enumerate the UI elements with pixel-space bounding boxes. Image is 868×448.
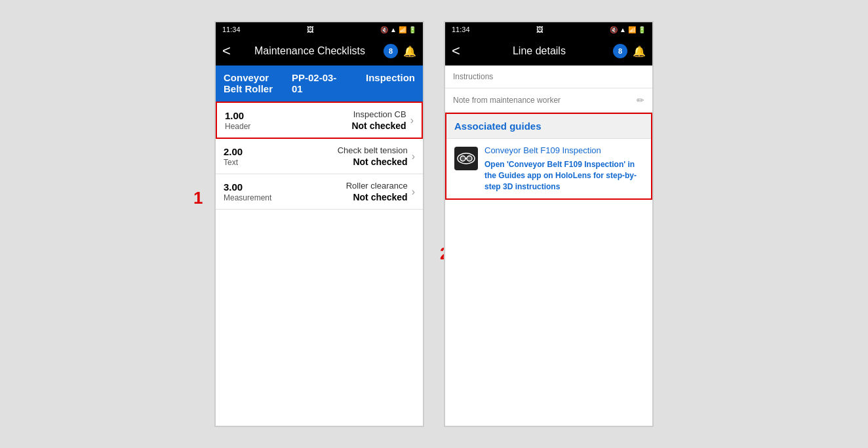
svg-point-1: [460, 156, 465, 161]
left-time: 11:34: [222, 26, 241, 33]
signal-icon: 📶: [399, 26, 406, 33]
item-2-status: Not checked: [338, 157, 408, 167]
checklist-item-1[interactable]: 1.00 Header Inspection CB Not checked ›: [216, 102, 423, 139]
hololens-icon: [454, 147, 478, 170]
right-back-button[interactable]: <: [452, 43, 460, 60]
item-1-content: 1.00 Header: [225, 110, 351, 131]
item-3-name: Roller clearance: [346, 181, 408, 191]
callout-1: 1: [193, 188, 203, 208]
instructions-label: Instructions: [453, 72, 644, 81]
left-nav-right: 8 🔔: [384, 44, 416, 58]
mute-icon: 🔇: [380, 26, 388, 33]
item-2-content: 2.00 Text: [224, 146, 338, 167]
left-header-band: Conveyor Belt Roller PP-02-03-01 Inspect…: [216, 65, 423, 102]
left-phone-wrapper: 11:34 🖼 🔇 ▲ 📶 🔋 < Maintenance Checklists…: [214, 21, 424, 427]
right-status-bar: 11:34 🖼 🔇 ▲ 📶 🔋: [445, 22, 652, 37]
checklist-item-3[interactable]: 3.00 Measurement Roller clearance Not ch…: [216, 174, 423, 210]
guide-details: Conveyor Belt F109 Inspection Open 'Conv…: [484, 145, 643, 192]
item-2-name: Check belt tension: [338, 145, 408, 155]
item-2-chevron: ›: [412, 151, 415, 162]
left-header-col3: Inspection: [360, 72, 415, 83]
instructions-field: Instructions: [445, 65, 652, 88]
item-2-number: 2.00: [224, 146, 338, 157]
guide-item[interactable]: Conveyor Belt F109 Inspection Open 'Conv…: [446, 139, 651, 198]
guides-header: Associated guides: [446, 114, 651, 139]
item-3-number: 3.00: [224, 181, 346, 193]
item-3-type: Measurement: [224, 193, 346, 202]
svg-point-2: [467, 156, 472, 161]
note-field: Note from maintenance worker ✏: [445, 88, 652, 113]
left-status-bar: 11:34 🖼 🔇 ▲ 📶 🔋: [216, 22, 423, 37]
left-header-col2: PP-02-03-01: [292, 72, 347, 94]
left-phone: 11:34 🖼 🔇 ▲ 📶 🔋 < Maintenance Checklists…: [214, 21, 424, 427]
left-bell-icon[interactable]: 🔔: [403, 45, 416, 58]
checklist-item-2[interactable]: 2.00 Text Check belt tension Not checked…: [216, 139, 423, 174]
item-1-type: Header: [225, 122, 351, 131]
item-1-name: Inspection CB: [351, 109, 406, 119]
right-battery-icon: 🔋: [638, 26, 646, 33]
right-nav-bar: < Line details 8 🔔: [445, 37, 652, 65]
guide-title: Conveyor Belt F109 Inspection: [484, 145, 643, 155]
wifi-icon: ▲: [390, 26, 397, 33]
outer-wrapper: 1 11:34 🖼 🔇 ▲ 📶 🔋 < Maintenance Checklis…: [214, 21, 654, 427]
right-time: 11:34: [452, 26, 470, 33]
item-3-content: 3.00 Measurement: [224, 181, 346, 202]
left-nav-title: Maintenance Checklists: [236, 45, 384, 57]
item-1-number: 1.00: [225, 110, 351, 121]
left-status-icons: 🔇 ▲ 📶 🔋: [380, 26, 416, 33]
note-row: Note from maintenance worker ✏: [453, 95, 644, 105]
right-nav-right: 8 🔔: [613, 44, 646, 58]
guide-action[interactable]: Open 'Conveyor Belt F109 Inspection' in …: [484, 159, 643, 192]
guides-section: Associated guides Conveyor Belt F109 Ins…: [445, 113, 652, 200]
left-header-col1: Conveyor Belt Roller: [224, 72, 279, 94]
item-3-chevron: ›: [412, 186, 415, 198]
left-badge: 8: [384, 44, 398, 58]
right-badge: 8: [613, 44, 627, 58]
item-3-right: Roller clearance Not checked: [346, 181, 408, 202]
right-status-icons: 🔇 ▲ 📶 🔋: [610, 26, 646, 33]
item-3-status: Not checked: [346, 192, 408, 202]
right-phone: 11:34 🖼 🔇 ▲ 📶 🔋 < Line details 8 🔔: [444, 21, 654, 427]
note-label: Note from maintenance worker: [453, 96, 561, 105]
right-phone-wrapper: 11:34 🖼 🔇 ▲ 📶 🔋 < Line details 8 🔔: [444, 21, 654, 427]
left-back-button[interactable]: <: [222, 43, 231, 60]
right-bell-icon[interactable]: 🔔: [633, 45, 646, 58]
right-wifi-icon: ▲: [620, 26, 626, 33]
edit-icon[interactable]: ✏: [637, 95, 644, 105]
item-1-status: Not checked: [351, 121, 406, 131]
right-mute-icon: 🔇: [610, 26, 618, 33]
item-1-right: Inspection CB Not checked: [351, 109, 406, 131]
right-photo-icon: 🖼: [536, 26, 543, 33]
item-2-right: Check belt tension Not checked: [338, 145, 408, 167]
left-nav-bar: < Maintenance Checklists 8 🔔: [216, 37, 423, 65]
left-photo-icon: 🖼: [307, 26, 314, 33]
item-2-type: Text: [224, 158, 338, 167]
item-1-chevron: ›: [410, 115, 414, 126]
right-signal-icon: 📶: [628, 26, 636, 33]
battery-icon: 🔋: [408, 26, 416, 33]
right-nav-title: Line details: [465, 45, 613, 57]
